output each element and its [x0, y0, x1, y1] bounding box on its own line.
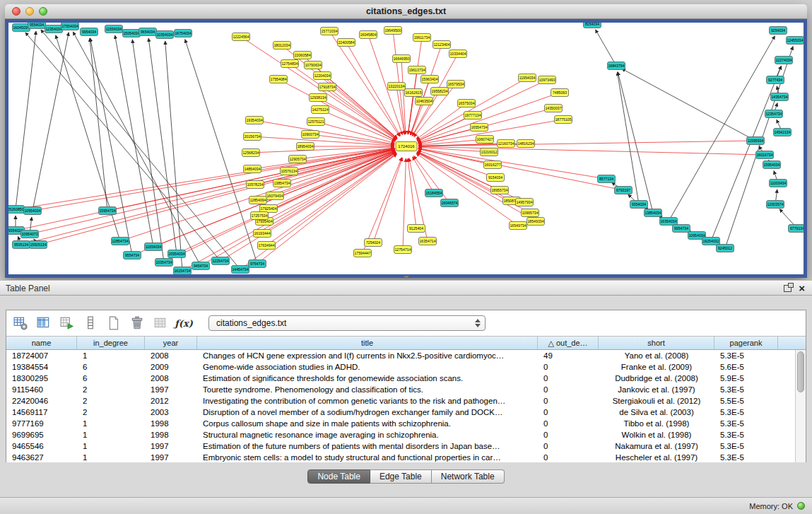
graph-node[interactable]: 12123404: [433, 41, 451, 49]
graph-node[interactable]: 12354034: [45, 25, 63, 33]
table-row[interactable]: 1456911722003Disruption of a novel membe…: [6, 407, 795, 418]
citation-edge[interactable]: [115, 35, 153, 247]
graph-node[interactable]: 12204034: [314, 72, 331, 80]
graph-node[interactable]: 12354734: [765, 110, 783, 118]
graph-node[interactable]: 8577134: [598, 175, 616, 183]
citation-edge[interactable]: [90, 38, 132, 255]
graph-node[interactable]: 16575034: [458, 100, 476, 107]
citation-edge[interactable]: [120, 150, 395, 241]
graph-node[interactable]: 12274034: [775, 57, 793, 64]
network-window-titlebar[interactable]: citations_edges.txt: [5, 4, 807, 19]
graph-node[interactable]: 18012034: [273, 42, 291, 49]
graph-node[interactable]: 19354034: [246, 117, 264, 124]
table-row[interactable]: 977716911998Corpus callosum shape and si…: [6, 418, 795, 429]
graph-node[interactable]: 9354034: [630, 201, 648, 209]
zoom-window-button[interactable]: [39, 7, 47, 16]
tab-node-table[interactable]: Node Table: [307, 469, 370, 484]
graph-node[interactable]: 6779134: [789, 225, 804, 233]
panel-resize-handle[interactable]: [404, 276, 409, 279]
graph-node[interactable]: 16016277: [484, 161, 502, 169]
graph-node[interactable]: 11003434: [770, 180, 787, 187]
citation-edge[interactable]: [418, 93, 560, 142]
table-row[interactable]: 1830029562008Estimation of significance …: [6, 373, 795, 384]
citation-edge[interactable]: [90, 38, 107, 211]
graph-node[interactable]: 12854094: [249, 197, 267, 204]
graph-node[interactable]: 6793197: [615, 187, 632, 194]
column-header-pagerank[interactable]: pagerank: [714, 337, 778, 349]
graph-node[interactable]: 12754834: [281, 60, 299, 68]
graph-node[interactable]: 19613734: [408, 66, 426, 74]
citation-edge[interactable]: [403, 158, 406, 250]
citation-edge[interactable]: [617, 72, 639, 204]
graph-node[interactable]: 9554734: [124, 252, 141, 259]
graph-node[interactable]: 16154734: [174, 267, 192, 275]
table-row[interactable]: 911546021997Tourette syndrome. Phenomeno…: [6, 384, 795, 395]
citation-edge[interactable]: [595, 30, 616, 66]
graph-node[interactable]: 9505134: [13, 241, 30, 249]
graph-node[interactable]: 16554734: [471, 124, 488, 132]
graph-node[interactable]: 20554034: [168, 250, 186, 258]
graph-node[interactable]: 10334404: [449, 50, 467, 58]
graph-node[interactable]: 16579534: [447, 81, 465, 88]
citation-edge[interactable]: [33, 148, 394, 211]
graph-node[interactable]: 7254024: [365, 239, 382, 247]
graph-node[interactable]: 14957934: [516, 199, 534, 206]
citation-edge[interactable]: [418, 148, 606, 179]
citation-edge[interactable]: [257, 154, 397, 264]
graph-node[interactable]: 16162615: [405, 89, 423, 97]
graph-node[interactable]: 16193444: [254, 230, 271, 238]
new-table-icon[interactable]: [105, 315, 122, 332]
graph-node[interactable]: 16843794: [608, 62, 625, 70]
column-header-in_degree[interactable]: in_degree: [77, 337, 145, 349]
table-row[interactable]: 946554611997Estimation of the future num…: [6, 440, 795, 452]
graph-node[interactable]: 13216012: [481, 148, 498, 156]
graph-node[interactable]: 14275124: [312, 106, 329, 114]
graph-node[interactable]: 9554034: [28, 23, 46, 29]
graph-node[interactable]: 18954034: [297, 143, 314, 151]
graph-node[interactable]: 12254734: [212, 257, 230, 265]
graph-node[interactable]: 18775105: [555, 116, 572, 124]
graph-node[interactable]: 14816234: [517, 140, 535, 148]
tab-edge-table[interactable]: Edge Table: [370, 469, 432, 484]
function-builder-icon[interactable]: ƒ(x): [175, 315, 192, 332]
graph-node[interactable]: 15184554: [425, 189, 443, 197]
graph-node[interactable]: 20156734: [244, 133, 261, 141]
graph-node[interactable]: 9654034: [139, 28, 157, 36]
graph-node[interactable]: 9245012: [717, 245, 734, 252]
citation-edge[interactable]: [669, 36, 775, 221]
citation-edge[interactable]: [177, 151, 396, 254]
graph-node[interactable]: 14350037: [545, 105, 563, 112]
column-header-name[interactable]: name: [6, 337, 77, 349]
graph-node[interactable]: 1724016: [396, 142, 417, 151]
graph-node[interactable]: 14354734: [771, 93, 789, 101]
network-canvas[interactable]: 2206058410790634122040341791873412938134…: [5, 19, 807, 278]
citation-edge[interactable]: [30, 149, 394, 234]
table-row[interactable]: 2242004622012Investigating the contribut…: [6, 395, 795, 407]
graph-node[interactable]: 9954034: [81, 28, 98, 36]
graph-node[interactable]: 14854034: [244, 165, 261, 173]
column-header-short[interactable]: short: [599, 337, 714, 349]
graph-node[interactable]: 9754734: [249, 260, 266, 268]
table-row[interactable]: 946362711997Embryonic stem cells: a mode…: [6, 452, 795, 462]
graph-node[interactable]: 16045804: [360, 31, 377, 39]
graph-node[interactable]: 11954034: [519, 74, 536, 82]
graph-node[interactable]: 9454734: [192, 262, 210, 270]
citation-edge[interactable]: [41, 30, 240, 269]
float-panel-icon[interactable]: [784, 285, 792, 292]
table-row[interactable]: 1872400712008Changes of HCN gene express…: [6, 350, 795, 361]
graph-node[interactable]: 8154034: [584, 23, 601, 28]
graph-node[interactable]: 17257534: [251, 212, 269, 220]
graph-node[interactable]: 10995734: [522, 209, 539, 217]
tab-network-table[interactable]: Network Table: [432, 469, 505, 484]
graph-node[interactable]: 17594447: [354, 250, 372, 257]
graph-node[interactable]: 13854034: [645, 209, 662, 217]
graph-node[interactable]: 9254034: [770, 27, 787, 35]
citation-edge[interactable]: [408, 158, 416, 228]
graph-node[interactable]: 12455034: [787, 37, 804, 45]
scrollbar-thumb[interactable]: [797, 351, 804, 392]
citation-edge[interactable]: [132, 40, 164, 262]
graph-node[interactable]: 12905734: [289, 156, 307, 163]
citation-edge[interactable]: [411, 79, 430, 135]
graph-node[interactable]: 22400584: [338, 39, 355, 47]
graph-node[interactable]: 16016734: [756, 151, 774, 159]
